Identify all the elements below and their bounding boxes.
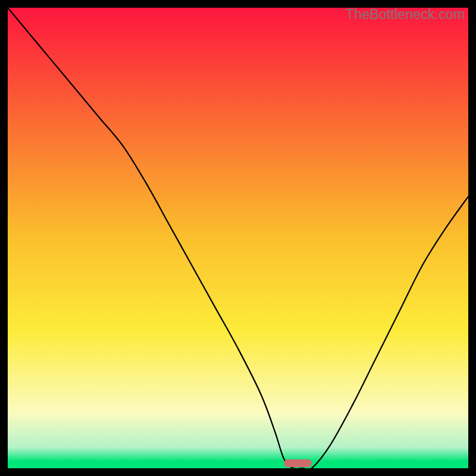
chart-background-gradient <box>8 8 468 468</box>
bottleneck-chart <box>8 8 468 468</box>
watermark-text: TheBottleneck.com <box>346 7 465 23</box>
optimal-zone-marker <box>284 459 311 467</box>
chart-frame: TheBottleneck.com <box>8 8 468 468</box>
